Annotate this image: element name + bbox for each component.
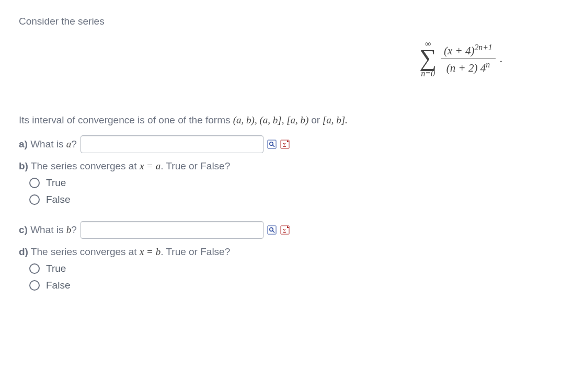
radio-d-true[interactable] xyxy=(29,263,40,274)
svg-rect-5 xyxy=(268,226,276,234)
radio-label: True xyxy=(46,177,66,189)
radio-group-d: True False xyxy=(19,263,557,291)
radio-b-false[interactable] xyxy=(29,194,40,205)
sigma-help-icon[interactable]: Σ xyxy=(280,140,290,149)
preview-icon[interactable] xyxy=(267,140,277,149)
option-d-false[interactable]: False xyxy=(29,280,557,291)
series-formula: ∞ ∑ n=0 (x + 4)2n+1 (n + 2) 4n . xyxy=(19,37,557,78)
sigma-help-icon[interactable]: Σ xyxy=(280,225,290,235)
option-b-false[interactable]: False xyxy=(29,194,557,205)
radio-label: True xyxy=(46,263,66,274)
radio-b-true[interactable] xyxy=(29,178,40,188)
input-c[interactable] xyxy=(81,221,263,239)
radio-label: False xyxy=(46,194,70,205)
preview-icon[interactable] xyxy=(267,225,277,235)
question-b: b) The series converges at x = a. True o… xyxy=(19,160,557,172)
svg-text:Σ: Σ xyxy=(283,227,286,234)
question-c: c) What is b? Σ xyxy=(19,221,557,239)
radio-group-b: True False xyxy=(19,177,557,205)
interval-sentence: Its interval of convergence is of one of… xyxy=(19,114,557,126)
intro-text: Consider the series xyxy=(19,16,557,27)
question-a: a) What is a? Σ xyxy=(19,135,557,153)
option-d-true[interactable]: True xyxy=(29,263,557,274)
svg-rect-0 xyxy=(268,140,276,148)
option-b-true[interactable]: True xyxy=(29,177,557,189)
input-a[interactable] xyxy=(81,135,263,153)
svg-text:Σ: Σ xyxy=(283,142,286,148)
radio-label: False xyxy=(46,280,70,291)
question-d: d) The series converges at x = b. True o… xyxy=(19,246,557,258)
radio-d-false[interactable] xyxy=(29,280,40,291)
